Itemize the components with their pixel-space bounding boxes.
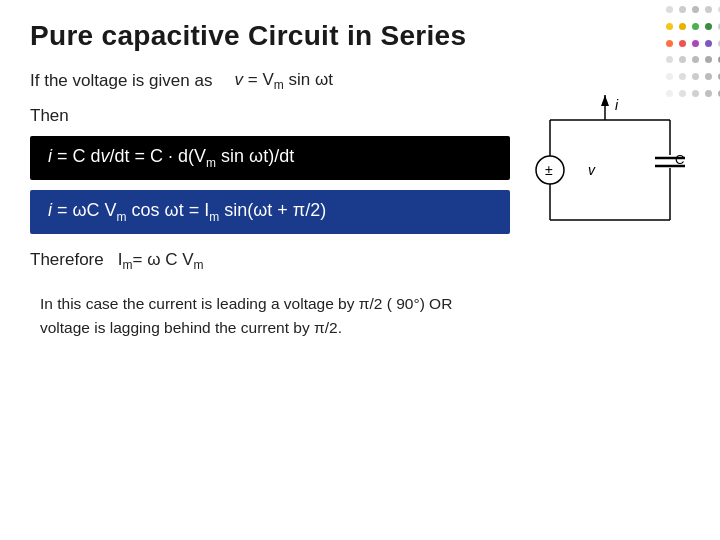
dot	[666, 6, 673, 13]
page-title: Pure capacitive Circuit in Series	[30, 20, 690, 52]
dot	[705, 56, 712, 63]
dot	[705, 6, 712, 13]
if-label: If the voltage is given as	[30, 71, 212, 91]
dot	[679, 6, 686, 13]
svg-text:±: ±	[545, 162, 553, 178]
dot	[666, 23, 673, 30]
dot	[666, 73, 673, 80]
dot	[692, 56, 699, 63]
circuit-svg: i ± v C	[520, 90, 690, 250]
if-formula: v = Vm sin ωt	[220, 70, 333, 92]
circuit-diagram: i ± v C	[520, 90, 690, 250]
svg-text:C: C	[675, 152, 684, 167]
formula-block-2: i = ωC Vm cos ωt = Im sin(ωt + π/2)	[30, 190, 510, 234]
bottom-explanation: In this case the current is leading a vo…	[40, 292, 690, 340]
dot	[705, 90, 712, 97]
dot	[692, 23, 699, 30]
dot	[692, 73, 699, 80]
dot	[679, 56, 686, 63]
dot	[679, 40, 686, 47]
dot	[705, 23, 712, 30]
therefore-line: Therefore Im= ω C Vm	[30, 250, 690, 272]
dot	[666, 56, 673, 63]
svg-text:i: i	[615, 97, 619, 113]
dot	[692, 90, 699, 97]
dot	[679, 73, 686, 80]
page: Pure capacitive Circuit in Series If the…	[0, 0, 720, 540]
dot	[666, 40, 673, 47]
dot	[692, 6, 699, 13]
formula-block-1: i = C dv/dt = C · d(Vm sin ωt)/dt	[30, 136, 510, 180]
svg-marker-1	[601, 95, 609, 106]
dot	[705, 73, 712, 80]
dot	[692, 40, 699, 47]
dot	[705, 40, 712, 47]
dot	[679, 23, 686, 30]
svg-text:v: v	[588, 162, 596, 178]
